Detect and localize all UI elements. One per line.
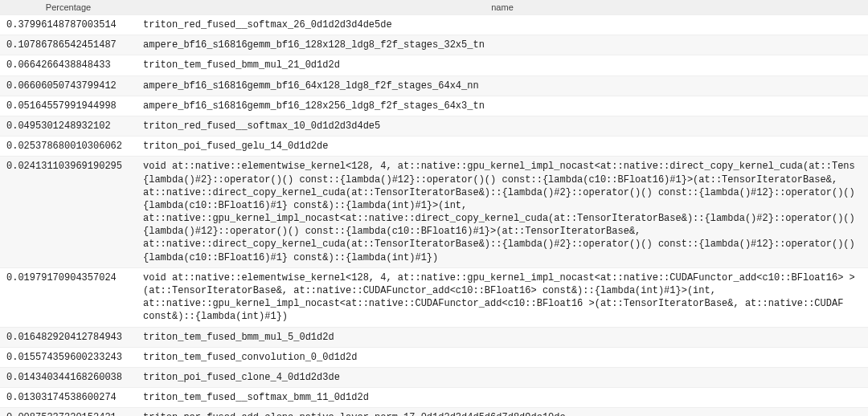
cell-percentage: 0.016482920412784943 — [0, 327, 137, 347]
cell-name: triton_red_fused__softmax_26_0d1d2d3d4de… — [137, 15, 868, 35]
cell-name: triton_tem_fused__softmax_bmm_11_0d1d2d — [137, 388, 868, 408]
cell-percentage: 0.01979170904357024 — [0, 267, 137, 327]
profiler-table: Percentage name 0.37996148787003514 trit… — [0, 0, 868, 416]
cell-name: triton_red_fused__softmax_10_0d1d2d3d4de… — [137, 116, 868, 136]
header-name: name — [137, 0, 868, 15]
header-row: Percentage name — [0, 0, 868, 15]
table-row: 0.014340344168260038 triton_poi_fused_cl… — [0, 367, 868, 387]
cell-name: ampere_bf16_s16816gemm_bf16_64x128_ldg8_… — [137, 75, 868, 96]
cell-name: void at::native::elementwise_kernel<128,… — [137, 267, 868, 327]
cell-percentage: 0.0664266438848433 — [0, 55, 137, 75]
cell-name: triton_poi_fused_clone_4_0d1d2d3de — [137, 367, 868, 387]
cell-name: triton_per_fused_add_clone_native_layer_… — [137, 408, 868, 416]
cell-percentage: 0.014340344168260038 — [0, 367, 137, 387]
cell-name: ampere_bf16_s16816gemm_bf16_128x128_ldg8… — [137, 35, 868, 55]
cell-percentage: 0.025378680010306062 — [0, 137, 137, 157]
table-row: 0.024131103969190295 void at::native::el… — [0, 157, 868, 268]
cell-name: triton_tem_fused_convolution_0_0d1d2d — [137, 347, 868, 367]
cell-name: void at::native::elementwise_kernel<128,… — [137, 157, 868, 268]
cell-percentage: 0.0495301248932102 — [0, 116, 137, 136]
table-row: 0.06606050743799412 ampere_bf16_s16816ge… — [0, 75, 868, 96]
cell-percentage: 0.05164557991944998 — [0, 96, 137, 116]
table-row: 0.05164557991944998 ampere_bf16_s16816ge… — [0, 96, 868, 116]
cell-name: triton_tem_fused_bmm_mul_21_0d1d2d — [137, 55, 868, 75]
header-percentage: Percentage — [0, 0, 137, 15]
cell-percentage: 0.015574359600233243 — [0, 347, 137, 367]
table-row: 0.015574359600233243 triton_tem_fused_co… — [0, 347, 868, 367]
cell-percentage: 0.06606050743799412 — [0, 75, 137, 96]
cell-name: triton_tem_fused_bmm_mul_5_0d1d2d — [137, 327, 868, 347]
cell-name: triton_poi_fused_gelu_14_0d1d2de — [137, 137, 868, 157]
cell-percentage: 0.01303174538600274 — [0, 388, 137, 408]
cell-percentage: 0.00875337320152421 — [0, 408, 137, 416]
table-row: 0.0664266438848433 triton_tem_fused_bmm_… — [0, 55, 868, 75]
table-row: 0.10786786542451487 ampere_bf16_s16816ge… — [0, 35, 868, 55]
table-row: 0.0495301248932102 triton_red_fused__sof… — [0, 116, 868, 136]
table-row: 0.37996148787003514 triton_red_fused__so… — [0, 15, 868, 35]
cell-percentage: 0.37996148787003514 — [0, 15, 137, 35]
table-row: 0.025378680010306062 triton_poi_fused_ge… — [0, 137, 868, 157]
cell-percentage: 0.10786786542451487 — [0, 35, 137, 55]
table-row: 0.016482920412784943 triton_tem_fused_bm… — [0, 327, 868, 347]
cell-percentage: 0.024131103969190295 — [0, 157, 137, 268]
table-row: 0.00875337320152421 triton_per_fused_add… — [0, 408, 868, 416]
table-row: 0.01979170904357024 void at::native::ele… — [0, 267, 868, 327]
cell-name: ampere_bf16_s16816gemm_bf16_128x256_ldg8… — [137, 96, 868, 116]
table-row: 0.01303174538600274 triton_tem_fused__so… — [0, 388, 868, 408]
